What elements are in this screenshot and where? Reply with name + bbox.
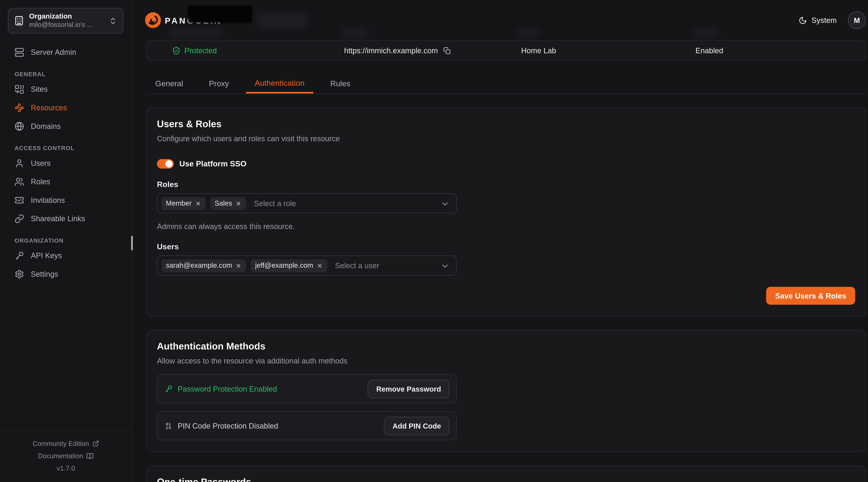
server-icon: [14, 47, 24, 57]
auth-methods-card: Authentication Methods Allow access to t…: [146, 330, 866, 452]
card-title: One-time Passwords: [157, 476, 855, 482]
sidebar-item-label: Server Admin: [31, 48, 76, 56]
close-icon[interactable]: [236, 200, 242, 206]
org-label: Organization: [29, 12, 104, 21]
sidebar-item-api-keys[interactable]: API Keys: [9, 248, 123, 263]
pangolin-logo-icon: [145, 12, 161, 29]
sidebar-item-shareable-links[interactable]: Shareable Links: [9, 211, 123, 226]
users-icon: [14, 177, 24, 186]
password-status: Password Protection Enabled: [164, 385, 277, 393]
save-users-roles-button[interactable]: Save Users & Roles: [766, 287, 855, 305]
redacted-breadcrumb: [257, 13, 307, 28]
sidebar-item-roles[interactable]: Roles: [9, 174, 123, 189]
sidebar-item-domains[interactable]: Domains: [9, 119, 123, 133]
users-roles-card: Users & Roles Configure which users and …: [146, 107, 866, 317]
roles-select[interactable]: Member Sales Select a role: [157, 193, 457, 214]
key-icon: [14, 251, 24, 260]
resource-status: Protected: [172, 41, 217, 60]
community-edition-label: Community Edition: [33, 438, 89, 450]
admins-note: Admins can always access this resource.: [157, 222, 855, 231]
theme-label: System: [812, 16, 837, 24]
user-tag: sarah@example.com: [161, 259, 246, 272]
close-icon[interactable]: [195, 200, 201, 206]
sidebar-item-label: Users: [31, 159, 51, 167]
combine-icon: [14, 84, 24, 94]
sso-toggle-row: Use Platform SSO: [157, 159, 855, 169]
main-content: PANGOLIN System M: [132, 0, 868, 482]
sidebar-item-label: API Keys: [31, 251, 62, 260]
close-icon[interactable]: [236, 262, 242, 268]
app-window: Organization milo@fossorial.io's ... Ser…: [0, 0, 868, 482]
sidebar-item-label: Settings: [31, 269, 58, 278]
role-tag-label: Sales: [215, 199, 232, 207]
pin-status-label: PIN Code Protection Disabled: [178, 421, 278, 430]
sidebar-item-sites[interactable]: Sites: [9, 82, 123, 96]
user-tag: jeff@example.com: [251, 259, 327, 272]
chevron-down-icon: [440, 262, 450, 271]
sso-toggle-label: Use Platform SSO: [179, 159, 247, 168]
users-label: Users: [157, 242, 855, 251]
redacted-label-site: [518, 29, 539, 38]
remove-password-button[interactable]: Remove Password: [368, 380, 450, 398]
sidebar-item-server-admin[interactable]: Server Admin: [9, 45, 123, 59]
redacted-label-status: [169, 29, 222, 38]
book-open-icon: [87, 452, 94, 460]
chevrons-up-down-icon: [109, 17, 117, 25]
topbar: PANGOLIN System M: [132, 0, 868, 40]
sidebar-nav: Server Admin GENERAL Sites Resources Dom: [9, 45, 123, 285]
resource-sso-state: Enabled: [695, 41, 723, 60]
add-pin-code-button[interactable]: Add PIN Code: [384, 416, 450, 435]
save-row: Save Users & Roles: [157, 287, 855, 305]
user-icon: [14, 158, 24, 168]
copy-icon[interactable]: [443, 47, 451, 54]
resource-tabs: General Proxy Authentication Rules: [146, 73, 866, 94]
building-icon: [14, 15, 24, 26]
sidebar-section-access-control: ACCESS CONTROL: [9, 143, 123, 152]
sidebar-footer: Community Edition Documentation v1.7.0: [0, 430, 132, 482]
otp-card: One-time Passwords Require email-based a…: [146, 465, 866, 482]
platform-sso-toggle[interactable]: [157, 159, 174, 168]
resource-status-label: Protected: [184, 46, 217, 55]
resource-info-banner: Protected https://immich.example.com Hom…: [146, 40, 866, 60]
topbar-right: System M: [799, 0, 866, 40]
sidebar-item-label: Roles: [31, 177, 50, 186]
close-icon[interactable]: [316, 262, 323, 268]
user-tag-label: sarah@example.com: [166, 262, 232, 269]
users-placeholder: Select a user: [335, 261, 379, 269]
sidebar-section-general: GENERAL: [9, 69, 123, 78]
external-link-icon: [92, 440, 99, 447]
link-icon: [14, 214, 24, 223]
card-title: Authentication Methods: [157, 341, 855, 353]
org-text: Organization milo@fossorial.io's ...: [29, 12, 104, 29]
gear-icon: [14, 269, 24, 279]
users-select[interactable]: sarah@example.com jeff@example.com Selec…: [157, 255, 457, 276]
documentation-label: Documentation: [38, 450, 83, 462]
roles-placeholder: Select a role: [254, 199, 296, 207]
redacted-resource-title: [188, 5, 252, 23]
tab-rules[interactable]: Rules: [321, 73, 359, 94]
documentation-link[interactable]: Documentation: [0, 450, 132, 462]
org-selector[interactable]: Organization milo@fossorial.io's ...: [8, 8, 123, 34]
card-title: Users & Roles: [157, 118, 855, 130]
tab-proxy[interactable]: Proxy: [200, 73, 238, 94]
sidebar-item-users[interactable]: Users: [9, 156, 123, 170]
password-protection-row: Password Protection Enabled Remove Passw…: [157, 374, 457, 404]
ticket-check-icon: [14, 195, 24, 205]
sidebar-item-settings[interactable]: Settings: [9, 267, 123, 281]
sidebar-item-resources[interactable]: Resources: [9, 100, 123, 115]
moon-icon: [799, 16, 807, 24]
role-tag-label: Member: [166, 199, 192, 207]
sidebar-item-invitations[interactable]: Invitations: [9, 193, 123, 207]
redacted-label-url: [342, 29, 367, 38]
tab-general[interactable]: General: [146, 73, 192, 94]
waypoints-icon: [14, 103, 24, 112]
community-edition-link[interactable]: Community Edition: [0, 438, 132, 450]
pin-status: PIN Code Protection Disabled: [164, 421, 278, 430]
user-avatar[interactable]: M: [848, 11, 866, 29]
sidebar-section-organization: ORGANIZATION: [9, 236, 123, 245]
theme-selector[interactable]: System: [799, 16, 837, 24]
globe-icon: [14, 121, 24, 131]
tab-authentication[interactable]: Authentication: [246, 73, 313, 94]
sidebar-item-label: Sites: [31, 85, 48, 93]
sidebar-item-label: Resources: [31, 103, 67, 112]
